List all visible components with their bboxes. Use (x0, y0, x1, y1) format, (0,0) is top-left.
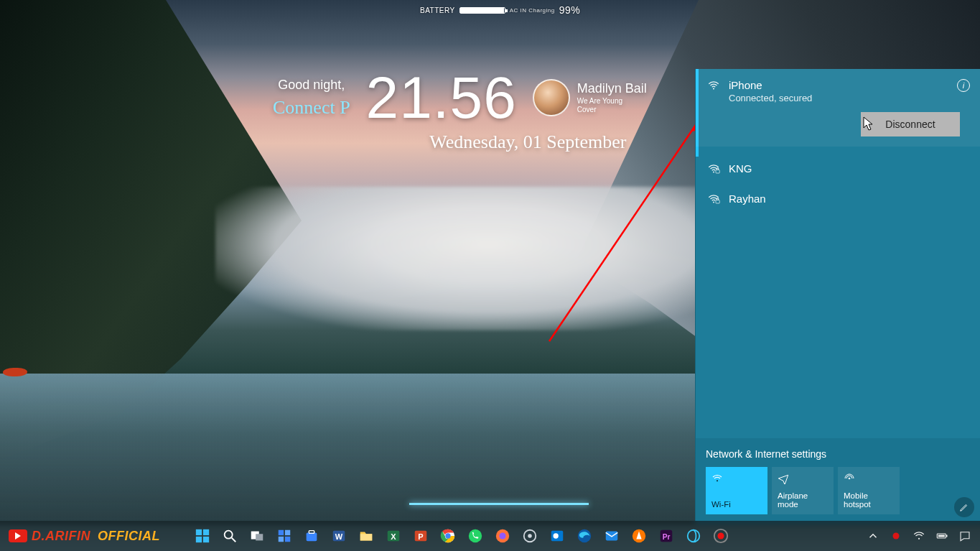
battery-sub: AC IN Charging (510, 7, 555, 14)
svg-rect-40 (606, 532, 618, 541)
track-title: We Are Young (577, 97, 647, 106)
svg-text:P: P (418, 532, 423, 541)
svg-rect-4 (716, 170, 719, 174)
edit-quick-actions-button[interactable] (954, 497, 974, 517)
wifi-network-connected[interactable]: iPhone Connected, secured Disconnect i (696, 69, 980, 147)
wifi-icon (711, 473, 723, 484)
brand-text-1: D.ARIFIN (32, 529, 90, 544)
tile-label: Mobile hotspot (844, 491, 894, 509)
svg-rect-22 (309, 531, 314, 534)
hotspot-icon (844, 473, 855, 484)
settings-icon[interactable] (521, 527, 539, 545)
excel-icon[interactable]: X (384, 527, 403, 545)
powerpoint-icon[interactable]: P (411, 527, 430, 545)
svg-point-38 (554, 533, 559, 538)
svg-point-47 (893, 533, 900, 540)
svg-point-31 (445, 533, 450, 538)
battery-percent: 99% (559, 4, 581, 16)
svg-rect-17 (279, 530, 284, 535)
svg-point-46 (717, 532, 724, 539)
svg-point-13 (225, 531, 233, 539)
taskbar-apps: W X P Pr (193, 527, 730, 545)
battery-bar (459, 7, 505, 14)
svg-line-14 (232, 538, 236, 542)
svg-rect-20 (285, 537, 290, 542)
channel-watermark: D.ARIFIN OFFICIAL (9, 529, 160, 544)
svg-rect-50 (946, 535, 948, 537)
svg-rect-11 (196, 537, 202, 542)
svg-point-7 (717, 480, 718, 481)
system-tray (867, 529, 971, 542)
record-icon[interactable] (711, 527, 730, 545)
wifi-network-item[interactable]: Rayhan (696, 182, 980, 213)
clock-widget: Good night, Connect P 21.56 Madilyn Bail… (273, 68, 647, 153)
tray-chevron-icon[interactable] (867, 529, 879, 542)
now-playing: Madilyn Bail We Are Young Cover (533, 79, 647, 116)
svg-point-5 (713, 202, 714, 203)
network-status: Connected, secured (729, 93, 969, 103)
svg-point-48 (918, 538, 920, 540)
quick-tile-airplane[interactable]: Airplane mode (772, 467, 834, 514)
network-name: iPhone (729, 79, 969, 91)
wifi-flyout-footer: Network & Internet settings Wi-Fi Airpla… (696, 438, 980, 523)
svg-text:Pr: Pr (663, 533, 671, 541)
pixlr-icon[interactable] (684, 527, 703, 545)
wifi-flyout: iPhone Connected, secured Disconnect i K… (695, 69, 980, 523)
clock-date: Wednesday, 01 September (409, 131, 647, 153)
mail-icon[interactable] (602, 527, 621, 545)
word-icon[interactable]: W (330, 527, 348, 545)
svg-point-44 (688, 530, 700, 542)
tray-notifications-icon[interactable] (958, 529, 971, 542)
clock-time: 21.56 (366, 68, 517, 127)
widgets-button[interactable] (275, 527, 294, 545)
network-settings-link[interactable]: Network & Internet settings (706, 448, 970, 460)
youtube-icon (9, 529, 27, 542)
tray-record-icon[interactable] (890, 529, 902, 542)
search-button[interactable] (220, 527, 239, 545)
svg-point-3 (713, 172, 714, 173)
wifi-secured-icon (707, 193, 720, 205)
svg-rect-18 (285, 530, 290, 535)
svg-rect-16 (256, 534, 263, 540)
svg-rect-10 (203, 529, 209, 535)
svg-point-8 (849, 478, 851, 480)
svg-rect-9 (196, 529, 202, 535)
svg-rect-25 (360, 534, 373, 540)
taskbar: D.ARIFIN OFFICIAL W X P Pr (0, 521, 980, 551)
disconnect-button[interactable]: Disconnect (861, 112, 960, 136)
network-name: Rayhan (729, 193, 969, 205)
firefox-icon[interactable] (493, 527, 512, 545)
whatsapp-icon[interactable] (466, 527, 485, 545)
svg-point-32 (469, 529, 482, 542)
premiere-icon[interactable]: Pr (657, 527, 676, 545)
wallpaper-canoe (2, 368, 27, 376)
greeting-name: Connect P (273, 97, 350, 119)
svg-rect-12 (203, 537, 209, 542)
album-art (533, 79, 570, 116)
svg-text:W: W (335, 532, 343, 541)
battery-widget: BATTERY AC IN Charging 99% (420, 4, 580, 16)
svg-rect-19 (279, 537, 284, 542)
svg-rect-51 (938, 535, 945, 537)
tray-battery-icon[interactable] (935, 529, 948, 542)
svg-text:X: X (391, 532, 396, 541)
start-button[interactable] (193, 527, 212, 545)
svg-point-34 (499, 532, 505, 539)
tile-label: Airplane mode (778, 491, 828, 509)
brand-text-2: OFFICIAL (98, 529, 160, 544)
edge-icon[interactable] (575, 527, 594, 545)
outlook-icon[interactable] (548, 527, 566, 545)
network-properties-button[interactable]: i (957, 79, 970, 92)
chrome-icon[interactable] (439, 527, 457, 545)
wifi-network-item[interactable]: KNG (696, 152, 980, 182)
microsoft-store-icon[interactable] (302, 527, 321, 545)
avast-icon[interactable] (630, 527, 648, 545)
svg-rect-6 (716, 200, 719, 204)
file-explorer-icon[interactable] (357, 527, 375, 545)
quick-tile-wifi[interactable]: Wi-Fi (706, 467, 767, 514)
wifi-icon (707, 79, 720, 92)
airplane-icon (778, 473, 789, 484)
taskview-button[interactable] (248, 527, 266, 545)
quick-tile-hotspot[interactable]: Mobile hotspot (838, 467, 900, 514)
tray-wifi-icon[interactable] (913, 529, 925, 542)
